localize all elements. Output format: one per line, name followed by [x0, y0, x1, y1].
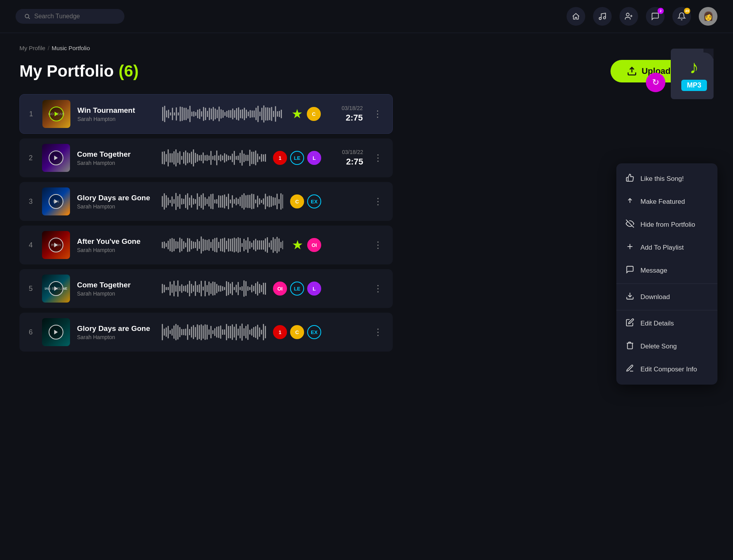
home-button[interactable] [567, 7, 585, 26]
waveform-bar [224, 153, 225, 163]
play-button[interactable] [49, 150, 63, 165]
waveform-bar [243, 154, 245, 162]
song-duration: 2:75 [328, 113, 363, 123]
waveform-bar [166, 287, 167, 290]
waveform-bar [249, 150, 250, 166]
song-row[interactable]: 4 RUSH After You've Gone Sarah Hampton ★… [19, 226, 393, 264]
song-more-button[interactable]: ⋮ [370, 194, 386, 208]
song-more-button[interactable]: ⋮ [370, 107, 385, 121]
waveform-bar [273, 237, 274, 253]
context-menu: Like this Song! Make Featured Hide from … [616, 163, 717, 385]
waveform-bar [234, 110, 235, 118]
song-more-button[interactable]: ⋮ [370, 151, 386, 165]
context-menu-item-edit[interactable]: Edit Details [616, 312, 717, 335]
waveform-bar [240, 153, 241, 163]
song-more-button[interactable]: ⋮ [370, 325, 386, 339]
waveform-bar [254, 110, 255, 117]
waveform-bar [242, 109, 243, 118]
waveform-bar [275, 106, 276, 122]
song-row[interactable]: 1 NO FEAR Win Tournament Sarah Hampton ★… [19, 94, 393, 134]
song-info: Come Together Sarah Hampton [77, 281, 155, 297]
waveform-bar [265, 107, 266, 121]
messages-button[interactable]: 2 [646, 7, 665, 26]
waveform-bar [201, 195, 202, 208]
search-input[interactable] [34, 13, 116, 20]
play-button[interactable] [49, 107, 64, 121]
song-row[interactable]: 3 IAN Glory Days are Gone Sarah Hampton … [19, 182, 393, 221]
badge-le: LE [290, 151, 304, 165]
waveform-bar [214, 282, 215, 295]
waveform-bar [249, 287, 250, 290]
waveform-bar [168, 241, 169, 249]
waveform-bar [203, 239, 204, 251]
message-icon [626, 265, 634, 276]
badge-l: L [307, 282, 321, 296]
waveform-bar [175, 193, 177, 210]
song-row[interactable]: 6 Glory Days are Gone Sarah Hampton 1CEX… [19, 313, 393, 352]
song-title: Come Together [77, 150, 155, 159]
waveform-bar [228, 194, 229, 210]
context-menu-item-playlist[interactable]: Add To Playlist [616, 236, 717, 259]
waveform-bar [177, 280, 178, 297]
song-number: 3 [26, 198, 35, 206]
play-button[interactable] [49, 238, 63, 252]
follow-button[interactable] [619, 7, 638, 26]
waveform-bar [265, 283, 266, 295]
waveform-bar [252, 110, 253, 117]
waveform-bar [175, 324, 177, 340]
badge-l: L [307, 151, 321, 165]
waveform-bar [187, 324, 188, 340]
waveform-bar [257, 106, 259, 122]
context-menu-item-featured[interactable]: Make Featured [616, 190, 717, 213]
song-more-button[interactable]: ⋮ [370, 238, 386, 252]
waveform-bar [248, 112, 249, 116]
waveform-bar [275, 239, 276, 251]
waveform-bar [206, 325, 208, 340]
waveform-bar [193, 111, 194, 117]
featured-icon [626, 196, 634, 207]
waveform-bar [265, 238, 266, 251]
top-navigation: 2 49 👩 [0, 0, 733, 33]
waveform-bar [259, 112, 261, 116]
context-menu-item-thumbs-up[interactable]: Like this Song! [616, 167, 717, 190]
waveform-bar [240, 110, 241, 118]
waveform-bar [217, 110, 218, 118]
waveform-bar [175, 241, 177, 249]
search-bar[interactable] [16, 9, 124, 24]
waveform-bar [255, 283, 256, 294]
waveform-bar [185, 285, 186, 292]
song-more-button[interactable]: ⋮ [370, 282, 386, 296]
context-menu-item-hide[interactable]: Hide from Portfolio [616, 213, 717, 236]
waveform-bar [251, 152, 252, 164]
breadcrumb-profile[interactable]: My Profile [19, 45, 45, 51]
song-thumbnail [42, 144, 70, 172]
waveform-bar [187, 284, 188, 292]
waveform-bar [205, 324, 206, 340]
context-menu-item-message[interactable]: Message [616, 259, 717, 282]
streams-button[interactable] [593, 7, 612, 26]
waveform-bar [211, 108, 212, 119]
waveform-bar [224, 112, 226, 116]
thumbs-up-icon [626, 173, 634, 184]
song-row[interactable]: 2 Come Together Sarah Hampton 1LEL 03/18… [19, 138, 393, 177]
play-button[interactable] [49, 325, 63, 340]
play-button[interactable] [49, 194, 63, 209]
waveform-bar [230, 239, 231, 251]
context-menu-item-download[interactable]: Download [616, 285, 717, 308]
waveform-bar [232, 324, 233, 340]
notifications-button[interactable]: 49 [672, 7, 691, 26]
waveform-bar [181, 198, 182, 205]
waveform-bar [206, 155, 208, 161]
waveform-bar [261, 285, 262, 292]
waveform-bar [209, 108, 210, 120]
user-avatar[interactable]: 👩 [699, 7, 717, 26]
song-row[interactable]: 5 IAN BOELINE Come Together Sarah Hampto… [19, 269, 393, 308]
waveform-bar [220, 154, 221, 161]
waveform-bar [240, 287, 241, 290]
context-menu-item-composer[interactable]: Edit Composer Info [616, 358, 717, 381]
mp3-doc: ♪ MP3 [675, 52, 714, 99]
context-menu-item-delete[interactable]: Delete Song [616, 335, 717, 358]
mp3-badge: MP3 [681, 80, 707, 91]
song-badges: OILEL [273, 282, 321, 296]
play-button[interactable] [49, 281, 63, 296]
